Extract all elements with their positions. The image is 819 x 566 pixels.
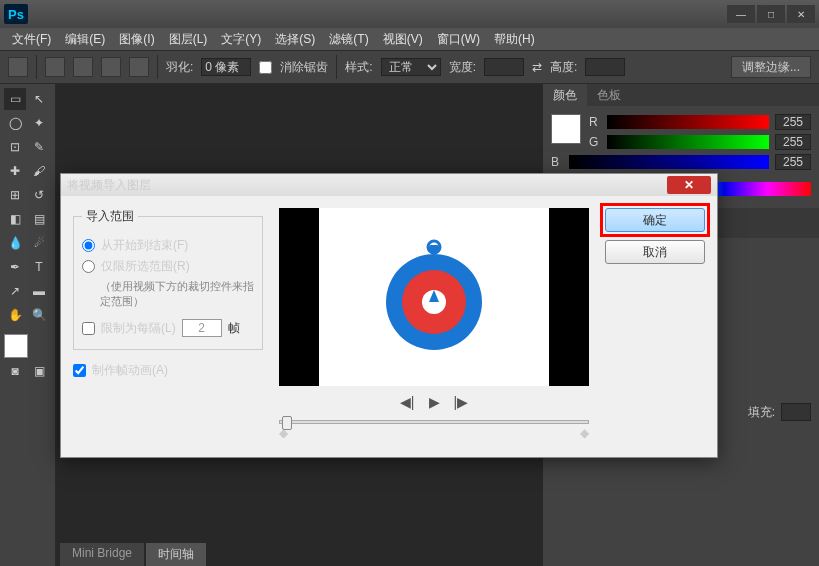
eraser-tool[interactable]: ◧ — [4, 208, 26, 230]
make-animation-checkbox[interactable] — [73, 364, 86, 377]
history-brush-tool[interactable]: ↺ — [28, 184, 50, 206]
brush-tool[interactable]: 🖌 — [28, 160, 50, 182]
tab-timeline[interactable]: 时间轴 — [146, 543, 206, 566]
crop-tool[interactable]: ⊡ — [4, 136, 26, 158]
antialias-checkbox[interactable] — [259, 61, 272, 74]
range-legend: 导入范围 — [82, 208, 138, 225]
feather-label: 羽化: — [166, 59, 193, 76]
stamp-tool[interactable]: ⊞ — [4, 184, 26, 206]
radio-begin-to-end[interactable] — [82, 239, 95, 252]
options-bar: 羽化: 消除锯齿 样式: 正常 宽度: ⇄ 高度: 调整边缘... — [0, 50, 819, 84]
feather-input[interactable] — [201, 58, 251, 76]
zoom-tool[interactable]: 🔍 — [28, 304, 50, 326]
menu-help[interactable]: 帮助(H) — [488, 29, 541, 50]
minimize-button[interactable]: — — [727, 5, 755, 23]
b-slider[interactable] — [569, 155, 769, 169]
refine-edge-button[interactable]: 调整边缘... — [731, 56, 811, 78]
import-range-fieldset: 导入范围 从开始到结束(F) 仅限所选范围(R) （使用视频下方的裁切控件来指定… — [73, 208, 263, 350]
g-label: G — [589, 135, 601, 149]
ok-button[interactable]: 确定 — [605, 208, 705, 232]
ok-highlight: 确定 — [600, 203, 710, 237]
subtract-selection-icon[interactable] — [101, 57, 121, 77]
style-label: 样式: — [345, 59, 372, 76]
tab-swatches[interactable]: 色板 — [587, 84, 631, 106]
menu-view[interactable]: 视图(V) — [377, 29, 429, 50]
menu-type[interactable]: 文字(Y) — [215, 29, 267, 50]
window-buttons: — □ ✕ — [727, 5, 815, 23]
shape-tool[interactable]: ▬ — [28, 280, 50, 302]
menu-select[interactable]: 选择(S) — [269, 29, 321, 50]
limit-checkbox[interactable] — [82, 322, 95, 335]
fill-label: 填充: — [748, 404, 775, 421]
cancel-button[interactable]: 取消 — [605, 240, 705, 264]
scrubber-thumb[interactable] — [282, 416, 292, 430]
toolbar: ▭ ↖ ◯ ✦ ⊡ ✎ ✚ 🖌 ⊞ ↺ ◧ ▤ 💧 ☄ ✒ T ↗ ▬ ✋ 🔍 … — [0, 84, 56, 566]
blur-tool[interactable]: 💧 — [4, 232, 26, 254]
prev-frame-button[interactable]: ◀| — [400, 394, 415, 410]
tab-mini-bridge[interactable]: Mini Bridge — [60, 543, 144, 566]
r-label: R — [589, 115, 601, 129]
screenmode-icon[interactable]: ▣ — [28, 360, 50, 382]
ps-logo: Ps — [4, 4, 28, 24]
eyedropper-tool[interactable]: ✎ — [28, 136, 50, 158]
swap-icon[interactable]: ⇄ — [532, 60, 542, 74]
gradient-tool[interactable]: ▤ — [28, 208, 50, 230]
play-button[interactable]: ▶ — [429, 394, 440, 410]
hand-tool[interactable]: ✋ — [4, 304, 26, 326]
range-out-marker[interactable]: ◆ — [580, 426, 589, 440]
pen-tool[interactable]: ✒ — [4, 256, 26, 278]
fill-input[interactable] — [781, 403, 811, 421]
dodge-tool[interactable]: ☄ — [28, 232, 50, 254]
video-scrubber[interactable] — [279, 420, 589, 424]
menu-layer[interactable]: 图层(L) — [163, 29, 214, 50]
radio-selected-range[interactable] — [82, 260, 95, 273]
wand-tool[interactable]: ✦ — [28, 112, 50, 134]
radio-selected-range-label: 仅限所选范围(R) — [101, 258, 190, 275]
titlebar: Ps — □ ✕ — [0, 0, 819, 28]
menu-edit[interactable]: 编辑(E) — [59, 29, 111, 50]
lasso-tool[interactable]: ◯ — [4, 112, 26, 134]
style-select[interactable]: 正常 — [381, 58, 441, 76]
menubar: 文件(F) 编辑(E) 图像(I) 图层(L) 文字(Y) 选择(S) 滤镜(T… — [0, 28, 819, 50]
close-button[interactable]: ✕ — [787, 5, 815, 23]
menu-window[interactable]: 窗口(W) — [431, 29, 486, 50]
menu-file[interactable]: 文件(F) — [6, 29, 57, 50]
path-tool[interactable]: ↗ — [4, 280, 26, 302]
maximize-button[interactable]: □ — [757, 5, 785, 23]
dialog-title: 将视频导入图层 — [67, 177, 151, 194]
next-frame-button[interactable]: |▶ — [454, 394, 469, 410]
limit-unit: 帧 — [228, 320, 240, 337]
range-hint: （使用视频下方的裁切控件来指定范围） — [100, 279, 254, 309]
b-value[interactable] — [775, 154, 811, 170]
type-tool[interactable]: T — [28, 256, 50, 278]
intersect-selection-icon[interactable] — [129, 57, 149, 77]
quickmask-icon[interactable]: ◙ — [4, 360, 26, 382]
new-selection-icon[interactable] — [45, 57, 65, 77]
heal-tool[interactable]: ✚ — [4, 160, 26, 182]
marquee-preset-icon[interactable] — [8, 57, 28, 77]
height-label: 高度: — [550, 59, 577, 76]
radio-begin-to-end-label: 从开始到结束(F) — [101, 237, 188, 254]
menu-image[interactable]: 图像(I) — [113, 29, 160, 50]
tab-color[interactable]: 颜色 — [543, 84, 587, 106]
height-input[interactable] — [585, 58, 625, 76]
dialog-close-button[interactable]: ✕ — [667, 176, 711, 194]
limit-input[interactable] — [182, 319, 222, 337]
r-slider[interactable] — [607, 115, 769, 129]
width-input[interactable] — [484, 58, 524, 76]
add-selection-icon[interactable] — [73, 57, 93, 77]
b-label: B — [551, 155, 563, 169]
color-swatch[interactable] — [551, 114, 581, 144]
menu-filter[interactable]: 滤镜(T) — [323, 29, 374, 50]
move-tool[interactable]: ↖ — [28, 88, 50, 110]
antialias-label: 消除锯齿 — [280, 59, 328, 76]
foreground-color[interactable] — [4, 334, 28, 358]
video-preview — [279, 208, 589, 386]
marquee-tool[interactable]: ▭ — [4, 88, 26, 110]
dialog-titlebar[interactable]: 将视频导入图层 ✕ — [61, 174, 717, 196]
g-slider[interactable] — [607, 135, 769, 149]
import-video-dialog: 将视频导入图层 ✕ 导入范围 从开始到结束(F) 仅限所选范围(R) （使用视频… — [60, 173, 718, 458]
make-animation-label: 制作帧动画(A) — [92, 362, 168, 379]
r-value[interactable] — [775, 114, 811, 130]
g-value[interactable] — [775, 134, 811, 150]
